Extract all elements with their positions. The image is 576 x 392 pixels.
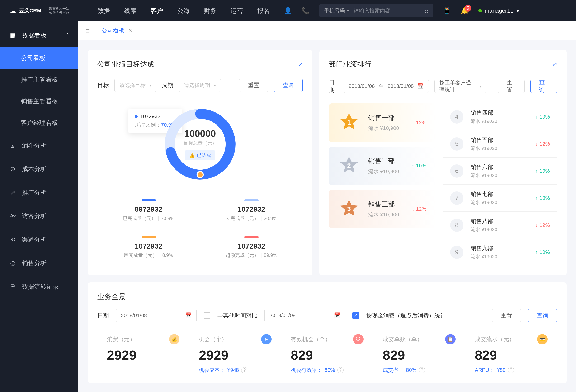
card-title: 部门业绩排行 — [329, 60, 372, 69]
rank-dept: 销售九部 — [471, 244, 528, 252]
sidebar-sub-0[interactable]: 公司看板 — [0, 47, 78, 69]
sidebar-item-3[interactable]: 👁访客分析 — [0, 204, 78, 228]
search-bar[interactable]: 手机号码 ▾ ⌕ — [319, 4, 433, 17]
query-button[interactable]: 查询 — [530, 80, 557, 93]
rank-sub: 流水 ¥19020 — [471, 199, 528, 206]
rank-sub: 流水 ¥19020 — [471, 253, 528, 260]
top-nav: ☁ 云朵CRM 教育机构一站 式服务云平台 数据线索客户公海财务运营报名 👤 📞… — [0, 0, 576, 21]
overview-sub: 机会成本：¥948? — [199, 366, 271, 374]
calc-checkbox[interactable]: ✓ — [352, 312, 359, 319]
nav-item-6[interactable]: 报名 — [257, 7, 269, 15]
compare-checkbox[interactable] — [204, 312, 210, 319]
compare-label: 与其他时间对比 — [217, 312, 257, 319]
close-icon[interactable]: ✕ — [128, 28, 132, 33]
menu-icon: ⎘ — [9, 283, 16, 290]
rank-pct: ↑ 10% — [535, 114, 550, 120]
sidebar-sub-1[interactable]: 推广主管看板 — [0, 69, 78, 90]
metric-bar-icon — [142, 236, 156, 238]
tooltip-value: 1072932 — [140, 113, 161, 120]
help-icon[interactable]: ? — [419, 367, 425, 373]
query-button[interactable]: 查询 — [274, 79, 303, 92]
rank-dept: 销售六部 — [471, 163, 528, 171]
metric-value: 1072932 — [97, 242, 200, 250]
rank-row: 9销售九部流水 ¥19020↑ 10% — [443, 239, 557, 266]
sidebar-item-4[interactable]: ⟲渠道分析 — [0, 228, 78, 251]
calc-label: 按现金消费（返点后消费）统计 — [366, 312, 446, 319]
overview-icon: 💳 — [537, 334, 547, 344]
select-groupby[interactable]: 按工单客户经理统计▾ — [434, 80, 487, 93]
user-menu[interactable]: manager11 ▾ — [478, 7, 519, 14]
tab-company-board[interactable]: 公司看板 ✕ — [94, 21, 139, 40]
select-target[interactable]: 请选择目标▾ — [115, 79, 156, 92]
rank-medal-3: 3销售三部流水 ¥10,900↓ 12% — [329, 190, 436, 228]
search-input[interactable] — [354, 8, 425, 14]
metric-label: 超额完成（元）|89.9% — [200, 252, 303, 259]
date-value: 2018/01/08 — [121, 312, 147, 319]
overview-value: 2929 — [199, 347, 271, 363]
tab-bar: ≡ 公司看板 ✕ — [78, 21, 576, 40]
nav-item-5[interactable]: 运营 — [230, 7, 243, 15]
collapse-icon[interactable]: ≡ — [86, 27, 90, 35]
sidebar-item-0[interactable]: ⟁漏斗分析 — [0, 134, 78, 157]
sidebar-group-dashboard[interactable]: ▦数据看板 ˄ — [0, 24, 78, 47]
user-icon[interactable]: 👤 — [284, 7, 292, 15]
sidebar-item-label: 推广分析 — [22, 188, 47, 197]
query-button[interactable]: 查询 — [528, 309, 557, 322]
nav-item-4[interactable]: 财务 — [204, 7, 216, 15]
sidebar-item-6[interactable]: ⎘数据流转记录 — [0, 275, 78, 298]
help-icon[interactable]: ? — [508, 367, 514, 373]
svg-point-2 — [197, 172, 203, 178]
tab-label: 公司看板 — [102, 27, 124, 34]
sidebar-sub-2[interactable]: 销售主管看板 — [0, 90, 78, 112]
overview-sub: 成交率：80%? — [383, 366, 455, 374]
logo: ☁ 云朵CRM 教育机构一站 式服务云平台 — [9, 7, 69, 15]
nav-item-3[interactable]: 公海 — [177, 7, 190, 15]
date-range[interactable]: 2018/01/08 至 2018/01/08 📅 — [344, 80, 429, 93]
nav-item-1[interactable]: 线索 — [124, 7, 137, 15]
rank-dept: 销售二部 — [368, 156, 403, 166]
nav-item-0[interactable]: 数据 — [98, 7, 110, 15]
nav-extra-icons: 👤 📞 — [284, 7, 310, 15]
sidebar-item-2[interactable]: ↗推广分析 — [0, 181, 78, 204]
mobile-icon[interactable]: 📱 — [443, 7, 451, 15]
reset-button[interactable]: 重置 — [498, 80, 524, 93]
overview-label: 成交单数（单） — [383, 335, 423, 343]
rank-pct: ↑ 10% — [535, 195, 550, 201]
sidebar-item-label: 渠道分析 — [22, 236, 47, 244]
sidebar-item-5[interactable]: ◎销售分析 — [0, 251, 78, 275]
sidebar-item-label: 数据流转记录 — [22, 282, 59, 291]
expand-icon[interactable]: ⤢ — [553, 61, 557, 67]
nav-item-2[interactable]: 客户 — [151, 7, 163, 15]
rank-sub: 流水 ¥10,900 — [368, 125, 403, 132]
main: ≡ 公司看板 ✕ 公司业绩目标达成 ⤢ 目标 请选择目标▾ 周期 — [78, 21, 576, 392]
card-target: 公司业绩目标达成 ⤢ 目标 请选择目标▾ 周期 请选择周期▾ 重置 查询 — [88, 50, 312, 275]
search-type[interactable]: 手机号码 — [324, 7, 345, 14]
reset-button[interactable]: 重置 — [239, 79, 268, 92]
date-input-2[interactable]: 2018/01/08📅 — [264, 309, 345, 322]
rank-medal-1: 1销售一部流水 ¥10,900↓ 12% — [329, 103, 436, 142]
overview-label: 消费（元） — [107, 335, 135, 343]
medal-icon: 2 — [338, 155, 360, 177]
metric-bar-icon — [244, 236, 259, 238]
metric: 1072932未完成量（元）|20.9% — [200, 192, 303, 229]
menu-icon: ◎ — [9, 259, 16, 267]
help-icon[interactable]: ? — [337, 367, 344, 373]
help-icon[interactable]: ? — [241, 367, 247, 373]
sidebar-sub-3[interactable]: 客户经理看板 — [0, 112, 78, 134]
sidebar-item-1[interactable]: ⊙成本分析 — [0, 157, 78, 181]
select-period[interactable]: 请选择周期▾ — [179, 79, 221, 92]
phone-icon[interactable]: 📞 — [302, 7, 310, 15]
search-icon[interactable]: ⌕ — [425, 7, 429, 14]
sidebar-header-label: 数据看板 — [22, 31, 47, 40]
rank-dept: 销售七部 — [471, 190, 528, 198]
reset-button[interactable]: 重置 — [492, 309, 521, 322]
rank-sub: 流水 ¥19020 — [471, 118, 528, 124]
username: manager11 — [485, 7, 513, 14]
rank-dept: 销售三部 — [368, 200, 403, 209]
medal-icon: 3 — [338, 198, 360, 220]
chevron-up-icon: ˄ — [66, 33, 69, 38]
bell-icon[interactable]: 🔔5 — [461, 7, 469, 15]
date-input-1[interactable]: 2018/01/08📅 — [116, 309, 197, 322]
expand-icon[interactable]: ⤢ — [298, 61, 303, 67]
date-until: 2018/01/08 — [387, 83, 414, 89]
